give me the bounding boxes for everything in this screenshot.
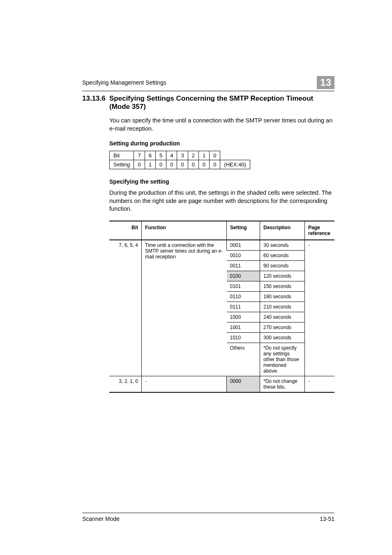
mode-table: Bit Function Setting Description Page re…: [109, 221, 334, 393]
chapter-badge: 13: [317, 76, 334, 89]
page-footer: Scanner Mode 13-51: [82, 513, 334, 522]
footer-left: Scanner Mode: [82, 516, 120, 522]
section-number: 13.13.6: [82, 94, 109, 111]
setting-value-cell: 0: [198, 160, 209, 169]
production-heading: Setting during production: [109, 140, 334, 147]
mode-description-cell: 90 seconds: [260, 260, 305, 271]
section-heading: 13.13.6 Specifying Settings Concerning t…: [82, 94, 334, 111]
mode-description-cell: 210 seconds: [260, 302, 305, 312]
mode-description-cell: 270 seconds: [260, 322, 305, 332]
mode-ref-group1: -: [305, 240, 335, 376]
mode-header-setting: Setting: [227, 221, 260, 240]
mode-description-cell: 300 seconds: [260, 332, 305, 343]
mode-description-cell: 180 seconds: [260, 291, 305, 302]
mode-description-cell: *Do not specify any settings other than …: [260, 343, 305, 376]
bit-row-label: Bit: [110, 151, 134, 160]
mode-setting-cell: 0110: [227, 291, 260, 302]
setting-value-cell: 0: [155, 160, 166, 169]
bit-header-cell: 3: [177, 151, 188, 160]
bit-header-cell: 7: [134, 151, 145, 160]
setting-value-cell: 0: [210, 160, 220, 169]
footer-right: 13-51: [320, 516, 334, 522]
mode-description-cell: 150 seconds: [260, 281, 305, 291]
mode-bit-group2: 3, 2, 1, 0: [109, 376, 142, 392]
specifying-intro: During the production of this unit, the …: [109, 189, 334, 213]
mode-bit-group1: 7, 6, 5, 4: [109, 240, 142, 376]
mode-header-description: Description: [260, 221, 305, 240]
mode-setting-cell: 0010: [227, 250, 260, 260]
mode-setting-cell: 1001: [227, 322, 260, 332]
section-title: Specifying Settings Concerning the SMTP …: [109, 94, 334, 111]
mode-header-bit: Bit: [109, 221, 142, 240]
mode-header-function: Function: [142, 221, 227, 240]
setting-value-cell: 1: [145, 160, 155, 169]
setting-row-label: Setting: [110, 160, 134, 169]
section-intro: You can specify the time until a connect…: [109, 117, 334, 133]
bit-header-cell: 1: [198, 151, 209, 160]
mode-setting-group2: 0000: [227, 376, 260, 392]
mode-setting-cell: 0111: [227, 302, 260, 312]
mode-setting-cell: Others: [227, 343, 260, 376]
mode-setting-cell: 1010: [227, 332, 260, 343]
mode-setting-cell: 1000: [227, 312, 260, 322]
running-title: Specifying Management Settings: [82, 79, 166, 86]
mode-description-cell: 30 seconds: [260, 240, 305, 251]
running-header: Specifying Management Settings 13: [82, 76, 334, 91]
mode-setting-cell: 0100: [227, 271, 260, 281]
mode-setting-cell: 0001: [227, 240, 260, 251]
mode-header-reference: Page reference: [305, 221, 335, 240]
setting-value-cell: 0: [177, 160, 188, 169]
bit-header-cell: 2: [188, 151, 198, 160]
mode-description-cell: 60 seconds: [260, 250, 305, 260]
mode-description-cell: 240 seconds: [260, 312, 305, 322]
setting-value-cell: 0: [134, 160, 145, 169]
mode-setting-cell: 0011: [227, 260, 260, 271]
mode-ref-group2: -: [305, 376, 335, 392]
specifying-heading: Specifying the setting: [109, 178, 334, 185]
bit-header-cell: 6: [145, 151, 155, 160]
mode-function-group1: Time until a connection with the SMTP se…: [142, 240, 227, 376]
bit-setting-table: Bit 7 6 5 4 3 2 1 0 Setting 0 1 0 0: [109, 151, 250, 169]
bit-header-cell: 5: [155, 151, 166, 160]
mode-function-group2: -: [142, 376, 227, 392]
setting-value-cell: 0: [188, 160, 198, 169]
setting-value-cell: 0: [166, 160, 177, 169]
mode-description-group2: *Do not change these bits.: [260, 376, 305, 392]
hex-value: (HEX:40): [220, 160, 250, 169]
mode-setting-cell: 0101: [227, 281, 260, 291]
bit-header-cell: 4: [166, 151, 177, 160]
bit-header-cell: 0: [210, 151, 220, 160]
mode-description-cell: 120 seconds: [260, 271, 305, 281]
